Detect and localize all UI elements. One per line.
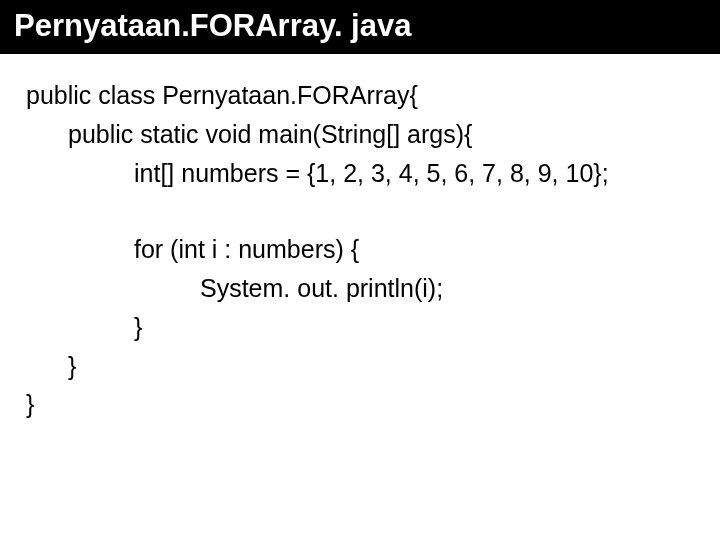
code-line: }	[26, 347, 694, 386]
slide-title: Pernyataan.FORArray. java	[0, 0, 720, 54]
slide: Pernyataan.FORArray. java public class P…	[0, 0, 720, 540]
code-block: public class Pernyataan.FORArray{ public…	[0, 54, 720, 424]
code-line: for (int i : numbers) {	[26, 230, 694, 269]
code-line: public static void main(String[] args){	[26, 115, 694, 154]
blank-line	[26, 192, 694, 230]
code-line: int[] numbers = {1, 2, 3, 4, 5, 6, 7, 8,…	[26, 154, 694, 193]
code-line: }	[26, 385, 694, 424]
code-line: System. out. println(i);	[26, 269, 694, 308]
code-line: public class Pernyataan.FORArray{	[26, 76, 694, 115]
code-line: }	[26, 308, 694, 347]
